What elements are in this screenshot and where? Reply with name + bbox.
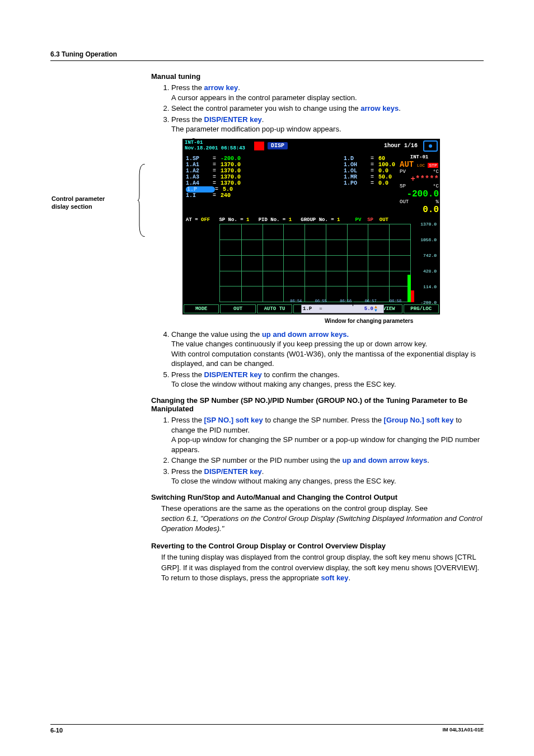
device-screen: INT-01 Nov.18.2001 06:58:43 DISP 1hour 1… (182, 139, 440, 314)
trend-chart: 1370.01056.0742.0428.0114.0-200.0 06:540… (219, 224, 438, 302)
param-row[interactable]: 1.A2= 1370.0 (186, 168, 337, 174)
updown-keys-label: up and down arrow keys (342, 456, 427, 464)
text: Press the (171, 83, 204, 92)
arrow-keys-label: arrow keys (360, 104, 399, 112)
text: Select the control parameter you wish to… (171, 104, 360, 112)
sp-unit: °C (433, 184, 439, 189)
text: Press the (171, 416, 204, 424)
param-row[interactable]: 1.I= 240 (186, 192, 337, 199)
text: Press the (171, 467, 204, 476)
softkey-label: soft key (321, 574, 348, 582)
x-tick: 06:56 (340, 299, 352, 303)
heading-reverting: Reverting to the Control Group Display o… (151, 542, 484, 550)
params-col-2: 1.D= 601.OH= 100.01.OL= 0.01.MR= 50.01.P… (340, 153, 399, 216)
heading-manual-tuning: Manual tuning (151, 72, 484, 81)
arrow-key-label: arrow key (204, 83, 238, 92)
param-row[interactable]: 1.MR= 50.0 (344, 174, 395, 180)
param-row[interactable]: 1.A4= 1370.0 (186, 180, 337, 186)
memory-icon (254, 142, 264, 151)
text: Change the SP number or the PID number u… (171, 456, 342, 464)
panel-id: INT-01 (400, 154, 439, 160)
popup-value: 5.0 (324, 306, 374, 312)
softkey[interactable]: PRG/LOC (404, 304, 439, 313)
text: . (427, 456, 429, 464)
step-note: The value changes continuously if you ke… (171, 339, 484, 349)
text: Press the (171, 115, 204, 124)
heading-changing-sp: Changing the SP Number (SP NO.)/PID Numb… (151, 396, 484, 413)
step-note: A cursor appears in the control paramete… (171, 93, 484, 103)
sp-trace-marker (411, 290, 414, 302)
groupno-value: 1 (337, 217, 340, 223)
at-value: OFF (201, 217, 210, 223)
softkey[interactable]: OUT (220, 304, 255, 313)
groupno-softkey-label: [Group No.] soft key (384, 416, 454, 424)
out-unit: % (436, 199, 439, 205)
status-panel: INT-01 AUT LOC STP PV°C +***** SP°C -200… (399, 153, 440, 216)
step-note: A pop-up window for changing the SP numb… (171, 435, 484, 454)
text: Press the (171, 370, 204, 379)
y-tick: -200.0 (420, 299, 437, 304)
text: AT = (186, 217, 201, 223)
text: . (262, 467, 264, 476)
status-line: AT = OFF SP No. = 1 PID No. = 1 GROUP No… (182, 216, 440, 224)
x-tick: 06:54 (290, 299, 302, 303)
softkey[interactable]: MODE (184, 304, 219, 313)
stp-label: STP (428, 163, 438, 168)
heading-switching: Switching Run/Stop and Auto/Manual and C… (151, 493, 484, 501)
disp-enter-key-label: DISP/ENTER key (204, 115, 262, 124)
text: SP No. = (219, 217, 246, 223)
updown-keys-label: up and down arrow keys. (262, 330, 349, 339)
y-tick: 742.0 (423, 252, 437, 257)
step-3: Press the DISP/ENTER key. The parameter … (171, 115, 484, 134)
page-number: 6-10 (50, 727, 63, 734)
out-value: 0.0 (400, 205, 439, 215)
y-tick: 1056.0 (420, 237, 437, 242)
param-row[interactable]: 1.OH= 100.0 (344, 162, 395, 168)
text: Control parameter (51, 195, 105, 202)
disp-enter-key-label: DISP/ENTER key (204, 467, 262, 476)
sp-step-3: Press the DISP/ENTER key. To close the w… (171, 467, 484, 486)
pidno-value: 1 (289, 217, 292, 223)
param-row[interactable]: 1.A3= 1370.0 (186, 174, 337, 180)
loc-label: LOC (417, 163, 425, 168)
spno-softkey-label: [SP NO.] soft key (204, 416, 263, 424)
sp-label: SP (400, 184, 406, 189)
disp-button[interactable]: DISP (268, 142, 288, 149)
popup-param-name: 1.P (303, 306, 317, 312)
softkey[interactable]: AUTO TU (257, 304, 292, 313)
disp-enter-key-label: DISP/ENTER key (204, 370, 262, 379)
out-label: OUT (400, 199, 409, 205)
doc-number: IM 04L31A01-01E (442, 727, 484, 734)
text: Change the value using the (171, 330, 262, 339)
brace-icon (138, 164, 146, 237)
switching-para: These operations are the same as the ope… (161, 504, 484, 534)
param-row[interactable]: 1.PO= 0.0 (344, 180, 395, 186)
text: . (349, 574, 351, 582)
sp-step-2: Change the SP number or the PID number u… (171, 456, 484, 466)
title-block: INT-01 Nov.18.2001 06:58:43 (185, 140, 245, 152)
param-row[interactable]: 1.P= 5.0 (186, 186, 337, 192)
step-4: Change the value using the up and down a… (171, 330, 484, 369)
parameter-edit-popup[interactable]: 1.P = 5.0 ▲▼ (301, 304, 384, 313)
screen-datetime: Nov.18.2001 06:58:43 (185, 146, 245, 152)
x-tick: 06:58 (390, 299, 401, 303)
pv-value: +***** (400, 175, 439, 184)
params-col-1: 1.SP= -200.01.A1= 1370.01.A2= 1370.01.A3… (182, 153, 340, 216)
side-callout: Control parameter dislay section (51, 195, 135, 211)
popup-arrows[interactable]: ▲▼ (374, 306, 382, 312)
time-scale: 1hour 1/16 (384, 143, 418, 149)
figure-caption: Window for changing parameters (325, 318, 484, 324)
param-row[interactable]: 1.A1= 1370.0 (186, 162, 337, 168)
reference-text: section 6.1, "Operations on the Control … (161, 514, 482, 533)
page-footer: 6-10 IM 04L31A01-01E (50, 724, 484, 734)
y-tick: 428.0 (423, 268, 437, 273)
reverting-para: If the tuning display was displayed from… (161, 552, 484, 583)
step-note: To close the window without making any c… (171, 379, 484, 389)
text: GROUP No. = (301, 217, 337, 223)
text: These operations are the same as the ope… (161, 504, 428, 513)
param-row[interactable]: 1.SP= -200.0 (186, 156, 337, 162)
param-row[interactable]: 1.OL= 0.0 (344, 168, 395, 174)
caption-tick-line (353, 296, 353, 306)
arrow-down-icon[interactable]: ▼ (374, 309, 382, 312)
param-row[interactable]: 1.D= 60 (344, 156, 395, 162)
